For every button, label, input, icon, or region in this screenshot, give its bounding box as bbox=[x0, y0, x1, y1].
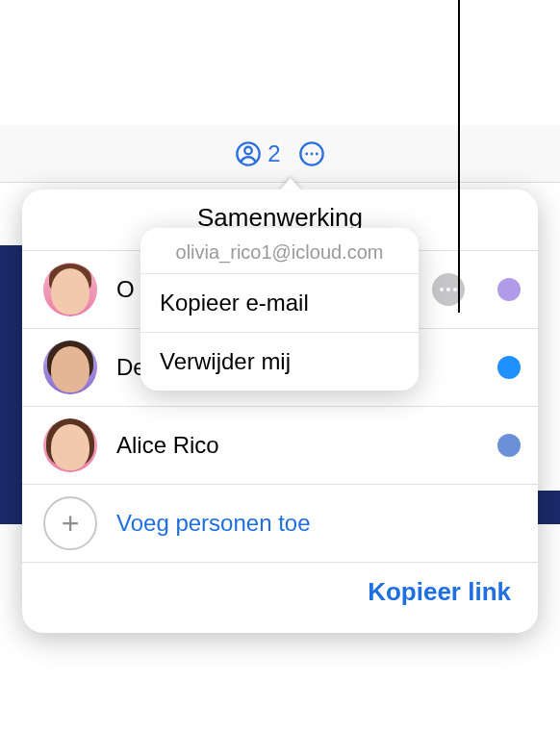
copy-link-button[interactable]: Kopieer link bbox=[362, 576, 517, 608]
collaborator-name: Alice Rico bbox=[116, 432, 465, 459]
popover-pointer bbox=[279, 178, 302, 191]
context-popover: olivia_rico1@icloud.com Kopieer e-mail V… bbox=[140, 228, 419, 391]
collaborator-count: 2 bbox=[267, 140, 280, 167]
plus-icon: + bbox=[43, 496, 97, 550]
collaborators-toolbar-button[interactable]: 2 bbox=[235, 140, 280, 167]
color-dot bbox=[497, 356, 521, 379]
svg-point-5 bbox=[316, 152, 318, 155]
avatar bbox=[43, 341, 97, 394]
remove-me-item[interactable]: Verwijder mij bbox=[140, 332, 419, 391]
callout-line bbox=[458, 0, 460, 313]
collaborator-row[interactable]: Alice Rico bbox=[22, 406, 538, 484]
toolbar: 2 bbox=[0, 125, 560, 183]
svg-point-4 bbox=[310, 152, 313, 155]
color-dot bbox=[497, 434, 521, 457]
panel-footer: Kopieer link bbox=[22, 562, 538, 633]
popover-email: olivia_rico1@icloud.com bbox=[140, 228, 419, 273]
avatar bbox=[43, 418, 97, 472]
add-people-label: Voeg personen toe bbox=[116, 510, 521, 537]
more-toolbar-button[interactable] bbox=[298, 140, 325, 167]
color-dot bbox=[497, 278, 521, 301]
svg-point-3 bbox=[305, 152, 308, 155]
avatar bbox=[43, 263, 97, 316]
copy-email-item[interactable]: Kopieer e-mail bbox=[140, 273, 419, 332]
ellipsis-circle-icon bbox=[298, 140, 325, 167]
person-icon bbox=[235, 140, 262, 167]
add-people-row[interactable]: + Voeg personen toe bbox=[22, 484, 538, 562]
svg-point-1 bbox=[245, 146, 252, 153]
